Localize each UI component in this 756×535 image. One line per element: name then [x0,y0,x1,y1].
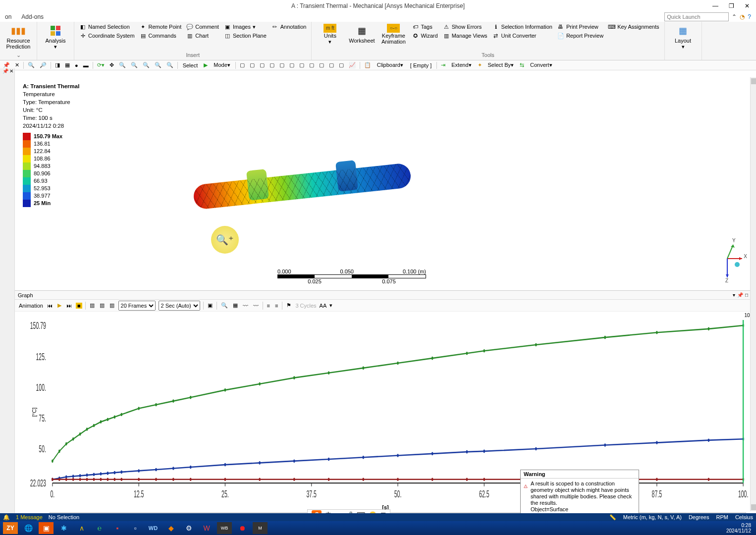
pin-icon[interactable]: 📌 [2,68,8,74]
zoom-out-icon[interactable]: 🔍 [27,62,36,68]
selection-info-button[interactable]: ℹSelection Information [490,23,554,31]
f8-icon[interactable]: ▢ [308,62,315,68]
taskbar-app2-icon[interactable]: ✱ [56,522,71,534]
mode-label[interactable]: Mode▾ [212,62,232,68]
taskbar-app6-icon[interactable]: ⚙ [181,522,196,534]
grid-icon[interactable]: ▬ [82,62,90,68]
z3-icon[interactable]: 🔍 [142,62,151,68]
temperature-chart[interactable]: [°C] [s] 100. 150.79125.100.75.50.22.023… [15,312,756,512]
settings-icon[interactable]: ◔ [740,13,745,20]
chart-icon[interactable]: 📈 [348,62,357,68]
chart-button[interactable]: ▥Chart [184,32,221,40]
taskbar-edge-icon[interactable]: ℮ [92,522,107,534]
wizard-button[interactable]: ✪Wizard [410,32,439,40]
dropdown-icon[interactable]: ▾ [733,292,735,298]
taskbar-wd-icon[interactable]: WD [146,522,161,534]
taskbar-mechanical-icon[interactable]: M [253,522,268,534]
close-icon[interactable]: ✕ [14,62,20,68]
units-button[interactable]: m ftUnits▾ [315,23,345,45]
taskbar-app1-icon[interactable]: ▣ [39,522,54,534]
taskbar-app5-icon[interactable]: ◆ [163,522,178,534]
taskbar-app4-icon[interactable]: ▫ [128,522,143,534]
scroll-up-icon[interactable] [751,78,756,84]
help-icon[interactable]: ? [748,13,751,20]
named-selection-button[interactable]: ◧Named Selection [77,23,137,31]
status-messages[interactable]: 1 Message [16,514,43,520]
status-units[interactable]: Metric (m, kg, N, s, V, A) [623,514,682,521]
mode2-icon[interactable]: ▥ [99,302,106,309]
z4-icon[interactable]: 🔍 [154,62,162,68]
section-plane-button[interactable]: ◫Section Plane [222,32,269,40]
commands-button[interactable]: ▤Commands [138,32,184,40]
taskbar-clock[interactable]: 0:28 2024/11/12 [726,523,753,534]
status-ruler-icon[interactable]: 📏 [609,514,616,521]
pin-icon[interactable]: 📌 [737,292,743,298]
taskbar-ansys-icon[interactable]: ∧ [74,522,89,534]
curve1-icon[interactable]: 〰 [242,303,249,309]
taskbar-record-icon[interactable]: ⏺ [235,522,250,534]
cursor-icon[interactable]: ▶ [203,62,209,68]
list1-icon[interactable]: ≡ [266,303,271,309]
close-button[interactable]: ✕ [742,2,752,9]
model-geometry[interactable] [188,164,416,209]
z5-icon[interactable]: 🔍 [165,62,174,68]
maximize-button[interactable]: ❐ [726,2,736,9]
clipboard-icon[interactable]: 📋 [363,62,372,68]
key-assignments-button[interactable]: ⌨Key Assignments [606,23,661,31]
taskbar-chrome-icon[interactable]: 🌐 [21,522,36,534]
select-label[interactable]: Select [181,62,200,68]
convert-label[interactable]: Convert▾ [528,62,554,68]
taskbar-app3-icon[interactable]: ▪ [110,522,125,534]
status-celsius[interactable]: Celsius [735,514,753,521]
extend-icon[interactable]: ⇥ [440,62,446,68]
scroll-down-icon[interactable] [751,504,756,510]
export-icon[interactable]: ▣ [207,302,214,309]
status-degrees[interactable]: Degrees [689,514,709,521]
clipboard-label[interactable]: Clipboard▾ [375,62,405,68]
layout-button[interactable]: ▦Layout▾ [668,23,699,50]
show-errors-button[interactable]: ⚠Show Errors [441,23,489,31]
maximize-icon[interactable]: □ [745,292,748,298]
wireframe-icon[interactable]: ▦ [64,62,71,68]
annotation-button[interactable]: ✏Annotation [270,23,309,31]
graphics-view[interactable]: A: Transient Thermal Temperature Type: T… [15,77,756,290]
unit-converter-button[interactable]: ⇄Unit Converter [490,32,554,40]
f4-icon[interactable]: ▢ [269,62,275,68]
status-message-icon[interactable]: 🔔 [3,514,10,521]
rotate-icon[interactable]: ⟳▾ [96,62,106,68]
duration-select[interactable]: 2 Sec (Auto) [159,301,200,311]
orientation-triad[interactable]: X Y Z [712,229,747,283]
mode3-icon[interactable]: ▥ [108,302,115,309]
f10-icon[interactable]: ▢ [328,62,335,68]
minimize-button[interactable]: — [710,2,720,9]
taskbar-app7-icon[interactable]: W [199,522,214,534]
report-preview-button[interactable]: 📄Report Preview [555,32,605,40]
images-button[interactable]: ▣Images▾ [222,23,269,31]
frames-select[interactable]: 20 Frames [118,301,156,311]
f3-icon[interactable]: ▢ [259,62,266,68]
pin-icon[interactable]: 📌 [2,62,11,68]
remote-point-button[interactable]: ✦Remote Point [138,23,184,31]
f1-icon[interactable]: ▢ [239,62,246,68]
f11-icon[interactable]: ▢ [338,62,345,68]
resource-prediction-button[interactable]: ▮▮▮ Resource Prediction [3,23,34,50]
selectby-label[interactable]: Select By▾ [486,62,516,68]
analysis-button[interactable]: Analysis ▾ [40,23,71,50]
flag-icon[interactable]: ⚑ [285,302,292,309]
f9-icon[interactable]: ▢ [318,62,325,68]
aa-label[interactable]: AA [320,303,327,309]
z1-icon[interactable]: 🔍 [118,62,127,68]
curve2-icon[interactable]: 〰 [252,303,260,309]
status-rpm[interactable]: RPM [716,514,728,521]
menu-on[interactable]: on [5,13,11,20]
z2-icon[interactable]: 🔍 [130,62,139,68]
extend-label[interactable]: Extend▾ [449,62,473,68]
right-scrollbar[interactable] [750,77,756,511]
worksheet-button[interactable]: ▦Worksheet [346,23,377,44]
convert-icon[interactable]: ⇆ [519,62,525,68]
first-frame-icon[interactable]: ⏮ [46,303,54,309]
keyframe-button[interactable]: ○-○Keyframe Animation [378,23,409,45]
f5-icon[interactable]: ▢ [278,62,285,68]
cube-icon[interactable]: ◨ [54,62,61,68]
play-icon[interactable]: ▶ [56,302,62,309]
